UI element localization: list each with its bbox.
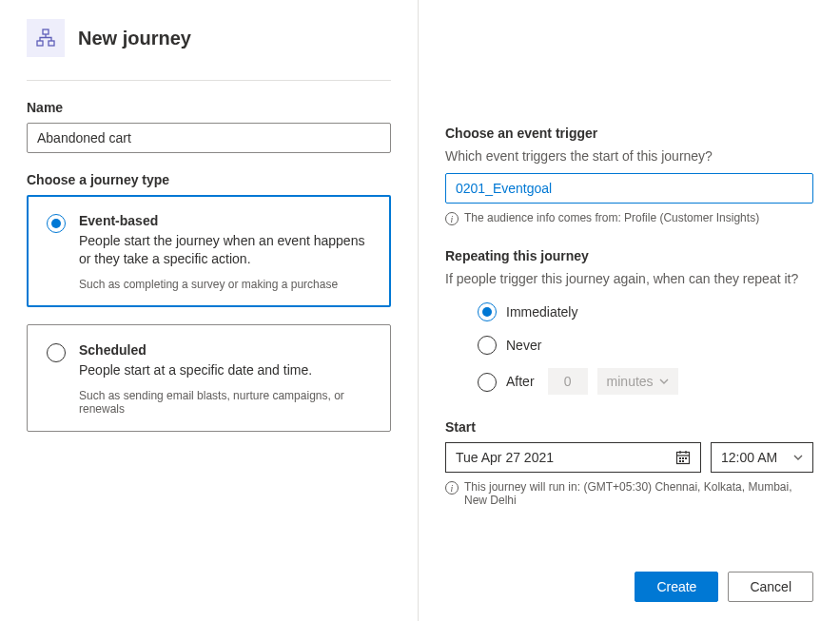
svg-rect-1	[37, 41, 43, 46]
radio-hint: Such as sending email blasts, nurture ca…	[79, 389, 371, 416]
repeat-option-after[interactable]: After minutes	[478, 368, 813, 395]
repeat-subtext: If people trigger this journey again, wh…	[445, 271, 813, 286]
repeat-option-immediately[interactable]: Immediately	[478, 301, 813, 321]
chevron-down-icon	[793, 455, 803, 460]
radio-icon	[47, 214, 66, 233]
radio-icon	[47, 343, 66, 362]
cancel-button[interactable]: Cancel	[728, 572, 813, 602]
audience-info: The audience info comes from: Profile (C…	[464, 211, 759, 224]
info-icon: i	[445, 481, 459, 495]
start-date-value: Tue Apr 27 2021	[456, 450, 554, 465]
repeat-option-label: Never	[506, 338, 541, 353]
journey-type-label: Choose a journey type	[27, 172, 391, 187]
repeat-option-never[interactable]: Never	[478, 335, 813, 355]
repeat-option-label: After	[506, 374, 535, 389]
start-time-input[interactable]: 12:00 AM	[711, 442, 813, 473]
svg-rect-8	[682, 457, 684, 459]
calendar-icon	[675, 450, 691, 465]
radio-title: Scheduled	[79, 342, 371, 358]
start-label: Start	[445, 419, 813, 435]
radio-desc: People start the journey when an event h…	[79, 232, 371, 268]
after-value-input[interactable]	[548, 368, 588, 395]
svg-rect-2	[49, 41, 54, 46]
name-input[interactable]	[27, 123, 391, 153]
create-button[interactable]: Create	[635, 572, 718, 602]
journey-type-scheduled[interactable]: Scheduled People start at a specific dat…	[27, 324, 391, 432]
trigger-subtext: Which event triggers the start of this j…	[445, 148, 813, 164]
svg-rect-7	[679, 457, 681, 459]
journey-type-event-based[interactable]: Event-based People start the journey whe…	[27, 195, 391, 307]
after-unit-select[interactable]: minutes	[597, 368, 678, 395]
repeat-label: Repeating this journey	[445, 248, 813, 263]
timezone-info: This journey will run in: (GMT+05:30) Ch…	[464, 480, 813, 507]
radio-title: Event-based	[79, 213, 371, 228]
start-time-value: 12:00 AM	[721, 450, 777, 465]
info-icon: i	[445, 212, 459, 225]
radio-desc: People start at a specific date and time…	[79, 361, 371, 379]
chevron-down-icon	[659, 378, 669, 384]
radio-icon	[478, 302, 497, 321]
start-date-input[interactable]: Tue Apr 27 2021	[445, 442, 701, 473]
trigger-label: Choose an event trigger	[445, 126, 813, 141]
trigger-input[interactable]	[445, 173, 813, 204]
repeat-option-label: Immediately	[506, 304, 577, 320]
journey-icon	[27, 19, 65, 57]
name-label: Name	[27, 100, 391, 115]
svg-rect-11	[682, 460, 684, 462]
dialog-header: New journey	[27, 19, 391, 81]
radio-icon	[478, 373, 497, 392]
svg-rect-0	[43, 29, 49, 34]
svg-rect-10	[679, 460, 681, 462]
radio-hint: Such as completing a survey or making a …	[79, 278, 371, 291]
after-unit-label: minutes	[607, 374, 654, 389]
page-title: New journey	[78, 28, 191, 49]
radio-icon	[478, 336, 497, 355]
svg-rect-9	[685, 457, 687, 459]
